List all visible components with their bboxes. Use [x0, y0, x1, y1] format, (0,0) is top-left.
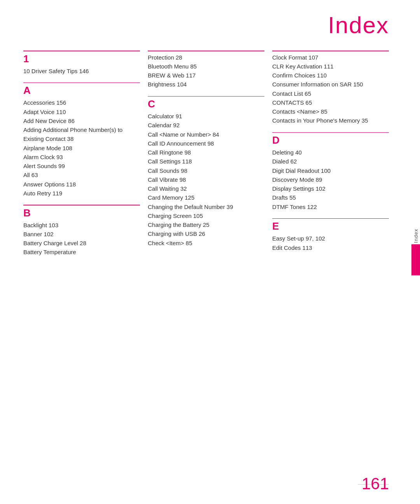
- index-entry: Banner 102: [23, 230, 140, 239]
- side-tab-label: Index: [413, 228, 419, 243]
- section-col1-2: BBacklight 103Banner 102Battery Charge L…: [23, 205, 140, 257]
- index-entry: All 63: [23, 170, 140, 179]
- index-entry: Call Waiting 32: [148, 184, 264, 193]
- index-entry: Contacts in Your Phone's Memory 35: [272, 116, 389, 125]
- index-entry: Auto Retry 119: [23, 189, 140, 198]
- index-entry: Clock Format 107: [272, 53, 389, 62]
- index-entry: Contacts <Name> 85: [272, 107, 389, 116]
- section-letter-1: 1: [23, 53, 140, 65]
- page-number: 161: [362, 474, 389, 493]
- column-1: 110 Driver Safety Tips 146AAccessories 1…: [23, 51, 148, 481]
- index-entry: Charging with USB 26: [148, 229, 264, 238]
- index-entry: Adapt Voice 110: [23, 107, 140, 116]
- index-entry: Answer Options 118: [23, 180, 140, 189]
- index-entry: Battery Charge Level 28: [23, 239, 140, 248]
- index-entry: Discovery Mode 89: [272, 175, 389, 184]
- index-entry: Drafts 55: [272, 193, 389, 202]
- index-side-tab: Index: [411, 228, 420, 276]
- index-entry: Add New Device 86: [23, 116, 140, 125]
- index-entry: Airplane Mode 108: [23, 144, 140, 153]
- index-entry: Charging the Battery 25: [148, 220, 264, 229]
- side-tab-bar: [411, 244, 420, 276]
- index-entry: Backlight 103: [23, 221, 140, 230]
- index-entry: Protection 28: [148, 53, 264, 62]
- column-2: Protection 28Bluetooth Menu 85BREW & Web…: [148, 51, 272, 481]
- index-entry: Adding Additional Phone Number(s) to Exi…: [23, 125, 140, 144]
- index-entry: Call Vibrate 98: [148, 175, 264, 184]
- section-col3-0: Clock Format 107CLR Key Activation 111Co…: [272, 51, 389, 125]
- index-entry: CLR Key Activation 111: [272, 62, 389, 71]
- index-entry: Deleting 40: [272, 148, 389, 157]
- section-divider: [272, 132, 389, 133]
- index-entry: 10 Driver Safety Tips 146: [23, 67, 140, 76]
- index-entry: Battery Temperature: [23, 248, 140, 256]
- section-letter-E: E: [272, 220, 389, 232]
- page-title: Index: [328, 12, 389, 39]
- index-entry: Charging Screen 105: [148, 211, 264, 220]
- index-entry: Calculator 91: [148, 112, 264, 121]
- index-entry: Display Settings 102: [272, 184, 389, 193]
- index-entry: Changing the Default Number 39: [148, 202, 264, 211]
- index-entry: Contact List 65: [272, 89, 389, 98]
- index-entry: CONTACTS 65: [272, 98, 389, 107]
- section-col1-1: AAccessories 156Adapt Voice 110Add New D…: [23, 83, 140, 198]
- section-divider: [148, 96, 264, 97]
- section-letter-A: A: [23, 84, 140, 97]
- index-entry: Call Settings 118: [148, 157, 264, 166]
- index-entry: Check <Item> 85: [148, 239, 264, 248]
- section-letter-B: B: [23, 207, 140, 219]
- index-entry: BREW & Web 117: [148, 71, 264, 80]
- index-entry: Consumer Information on SAR 150: [272, 80, 389, 89]
- index-entry: Calendar 92: [148, 121, 264, 130]
- index-entry: Card Memory 125: [148, 193, 264, 202]
- index-entry: Call Ringtone 98: [148, 148, 264, 157]
- index-entry: Alert Sounds 99: [23, 162, 140, 170]
- section-divider: [272, 51, 389, 51]
- index-entry: DTMF Tones 122: [272, 202, 389, 211]
- index-entry: Call Sounds 98: [148, 166, 264, 175]
- index-entry: Confirm Choices 110: [272, 71, 389, 80]
- content-area: 110 Driver Safety Tips 146AAccessories 1…: [23, 51, 397, 481]
- index-entry: Accessories 156: [23, 98, 140, 107]
- index-entry: Edit Codes 113: [272, 243, 389, 252]
- index-entry: Call ID Announcement 98: [148, 139, 264, 148]
- section-col3-2: EEasy Set-up 97, 102Edit Codes 113: [272, 218, 389, 252]
- index-entry: Easy Set-up 97, 102: [272, 234, 389, 243]
- section-col2-1: CCalculator 91Calendar 92Call <Name or N…: [148, 96, 264, 248]
- section-divider: [23, 51, 140, 51]
- section-col3-1: DDeleting 40Dialed 62Digit Dial Readout …: [272, 132, 389, 211]
- section-letter-D: D: [272, 134, 389, 146]
- index-entry: Call <Name or Number> 84: [148, 130, 264, 139]
- index-entry: Dialed 62: [272, 157, 389, 166]
- index-entry: Alarm Clock 93: [23, 153, 140, 162]
- section-divider: [148, 51, 264, 51]
- section-letter-C: C: [148, 98, 264, 110]
- index-entry: Bluetooth Menu 85: [148, 62, 264, 71]
- section-divider: [272, 218, 389, 219]
- index-entry: Brightness 104: [148, 80, 264, 89]
- section-divider: [23, 205, 140, 205]
- column-3: Clock Format 107CLR Key Activation 111Co…: [272, 51, 397, 481]
- index-entry: Digit Dial Readout 100: [272, 166, 389, 175]
- section-divider: [23, 83, 140, 83]
- section-col1-0: 110 Driver Safety Tips 146: [23, 51, 140, 76]
- section-col2-0: Protection 28Bluetooth Menu 85BREW & Web…: [148, 51, 264, 89]
